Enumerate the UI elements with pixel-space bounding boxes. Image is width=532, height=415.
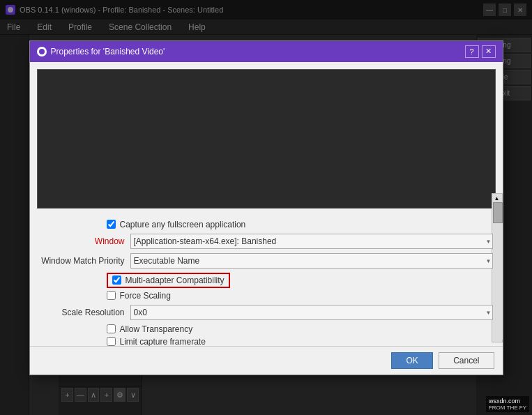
watermark: wsxdn.com FROM THE FY <box>486 396 529 412</box>
window-match-label: Window Match Priority <box>40 256 130 266</box>
dialog-icon <box>37 47 47 56</box>
window-select[interactable]: [Application-steam-x64.exe]: Banished <box>130 234 493 249</box>
force-scaling-label[interactable]: Force Scaling <box>120 291 171 301</box>
multi-adapter-label[interactable]: Multi-adapter Compatibility <box>126 276 225 285</box>
capture-fullscreen-label[interactable]: Capture any fullscreen application <box>120 220 246 229</box>
dialog-help-button[interactable]: ? <box>465 45 479 58</box>
multi-adapter-highlight: Multi-adapter Compatibility <box>107 273 230 288</box>
props-content: Capture any fullscreen application Windo… <box>30 216 503 366</box>
allow-transparency-label[interactable]: Allow Transparency <box>120 324 193 334</box>
svg-point-1 <box>39 49 45 54</box>
allow-transparency-checkbox[interactable] <box>107 324 116 333</box>
scale-resolution-select[interactable]: 0x0 <box>130 305 493 320</box>
window-match-select[interactable]: Executable Name <box>130 253 493 269</box>
properties-dialog: Properties for 'Banished Video' ? ✕ ▲ ▼ … <box>29 40 503 375</box>
capture-fullscreen-checkbox[interactable] <box>107 220 116 229</box>
dialog-close-button[interactable]: ✕ <box>482 45 496 58</box>
cancel-button[interactable]: Cancel <box>439 352 494 369</box>
scale-resolution-wrapper: 0x0 ▼ <box>130 305 493 320</box>
scale-resolution-label: Scale Resolution <box>40 308 130 317</box>
watermark-line2: FROM THE FY <box>489 405 526 411</box>
window-label: Window <box>40 236 130 246</box>
ok-button[interactable]: OK <box>391 352 433 369</box>
dialog-titlebar: Properties for 'Banished Video' ? ✕ <box>30 41 503 62</box>
dialog-overlay: Properties for 'Banished Video' ? ✕ ▲ ▼ … <box>0 0 532 415</box>
dialog-footer: OK Cancel <box>30 346 503 375</box>
scale-resolution-row: Scale Resolution 0x0 ▼ <box>37 305 496 320</box>
video-preview <box>37 69 496 209</box>
window-match-row: Window Match Priority Executable Name ▼ <box>37 253 496 269</box>
dialog-title: Properties for 'Banished Video' <box>51 47 165 56</box>
watermark-line1: wsxdn.com <box>489 398 526 405</box>
limit-capture-label[interactable]: Limit capture framerate <box>120 337 206 347</box>
dialog-controls: ? ✕ <box>465 45 496 58</box>
force-scaling-checkbox[interactable] <box>107 291 116 300</box>
limit-capture-checkbox[interactable] <box>107 337 116 346</box>
window-select-wrapper: [Application-steam-x64.exe]: Banished ▼ <box>130 234 493 249</box>
window-row: Window [Application-steam-x64.exe]: Bani… <box>37 234 496 249</box>
multi-adapter-checkbox[interactable] <box>112 276 121 285</box>
window-match-select-wrapper: Executable Name ▼ <box>130 253 493 269</box>
